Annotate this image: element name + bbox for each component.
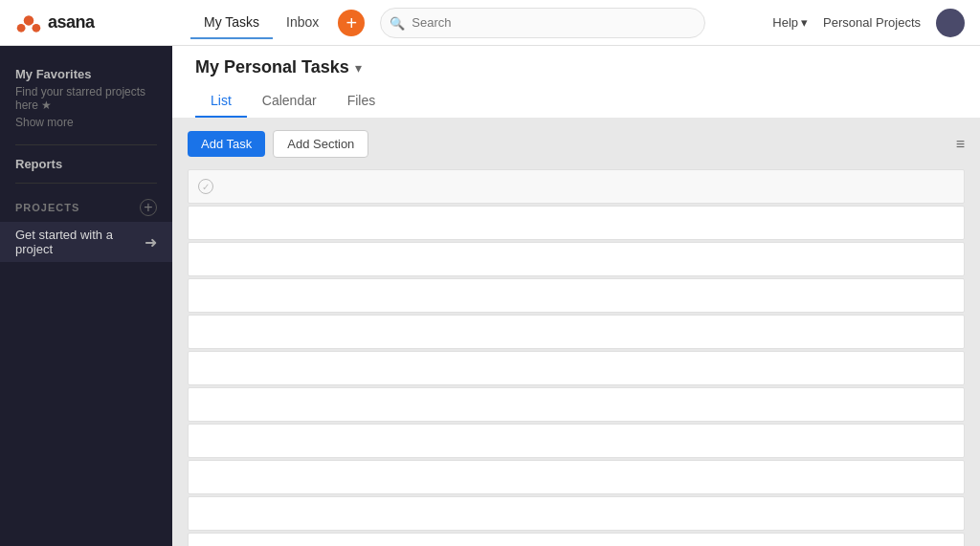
sidebar-project-text: Get started with a project xyxy=(15,228,145,256)
page-title-chevron-icon[interactable]: ▾ xyxy=(355,60,362,76)
asana-logo-icon xyxy=(15,10,42,36)
svg-point-1 xyxy=(17,23,26,32)
logo-area: asana xyxy=(15,10,183,36)
help-chevron: ▾ xyxy=(801,15,808,30)
avatar[interactable] xyxy=(936,9,965,37)
task-area: Add Task Add Section ≡ ✓ xyxy=(172,119,980,546)
table-row[interactable] xyxy=(188,351,965,385)
nav-inbox[interactable]: Inbox xyxy=(273,7,332,39)
task-toolbar: Add Task Add Section ≡ xyxy=(172,119,980,169)
search-wrap: 🔍 xyxy=(380,8,705,38)
sidebar-projects-header: PROJECTS + xyxy=(0,189,172,220)
content-header: My Personal Tasks ▾ List Calendar Files xyxy=(172,46,980,119)
task-toolbar-left: Add Task Add Section xyxy=(188,130,368,158)
sidebar-show-more[interactable]: Show more xyxy=(0,114,172,139)
task-check-icon[interactable]: ✓ xyxy=(198,179,213,194)
table-row[interactable] xyxy=(188,460,965,494)
sidebar-divider xyxy=(15,144,157,145)
add-section-button[interactable]: Add Section xyxy=(273,130,368,158)
filter-icon[interactable]: ≡ xyxy=(956,136,965,153)
asana-logo[interactable]: asana xyxy=(15,10,95,36)
help-button[interactable]: Help ▾ xyxy=(772,15,808,30)
nav-right: Help ▾ Personal Projects xyxy=(772,9,965,37)
svg-point-2 xyxy=(33,23,41,32)
tabs-row: List Calendar Files xyxy=(195,85,957,118)
table-row[interactable] xyxy=(188,315,965,349)
table-row[interactable] xyxy=(188,387,965,422)
sidebar-projects-label: PROJECTS xyxy=(15,202,79,213)
add-task-button[interactable]: Add Task xyxy=(188,131,265,157)
personal-projects-label[interactable]: Personal Projects xyxy=(823,15,921,30)
nav-links: My Tasks Inbox + xyxy=(190,7,365,39)
tab-files[interactable]: Files xyxy=(332,85,391,118)
content-area: My Personal Tasks ▾ List Calendar Files … xyxy=(172,46,980,546)
nav-my-tasks[interactable]: My Tasks xyxy=(190,7,273,39)
sidebar-project-arrow-icon: ➜ xyxy=(145,233,157,251)
asana-logo-text: asana xyxy=(48,12,95,33)
task-list: ✓ xyxy=(172,169,980,546)
table-row[interactable]: ✓ xyxy=(188,169,965,204)
sidebar-projects-add-button[interactable]: + xyxy=(140,199,157,216)
top-nav: asana My Tasks Inbox + 🔍 Help ▾ Personal… xyxy=(0,0,980,46)
sidebar-divider-2 xyxy=(15,183,157,184)
table-row[interactable] xyxy=(188,206,965,240)
table-row[interactable] xyxy=(188,533,965,546)
sidebar: My Favorites Find your starred projects … xyxy=(0,46,172,546)
sidebar-project-item[interactable]: Get started with a project ➜ xyxy=(0,222,172,262)
page-title: My Personal Tasks xyxy=(195,57,349,77)
sidebar-my-favorites: My Favorites xyxy=(0,61,172,83)
tab-calendar[interactable]: Calendar xyxy=(247,85,332,118)
nav-add-button[interactable]: + xyxy=(338,10,365,36)
table-row[interactable] xyxy=(188,496,965,531)
sidebar-reports[interactable]: Reports xyxy=(0,151,172,177)
table-row[interactable] xyxy=(188,278,965,313)
search-bar: 🔍 xyxy=(380,8,705,38)
search-input[interactable] xyxy=(380,8,705,38)
page-title-row: My Personal Tasks ▾ xyxy=(195,57,957,77)
table-row[interactable] xyxy=(188,242,965,276)
help-label: Help xyxy=(772,15,798,30)
svg-point-0 xyxy=(24,15,34,26)
main-layout: My Favorites Find your starred projects … xyxy=(0,46,980,546)
search-icon: 🔍 xyxy=(390,15,405,30)
sidebar-find-starred: Find your starred projects here ★ xyxy=(0,83,172,114)
table-row[interactable] xyxy=(188,424,965,458)
tab-list[interactable]: List xyxy=(195,85,247,118)
